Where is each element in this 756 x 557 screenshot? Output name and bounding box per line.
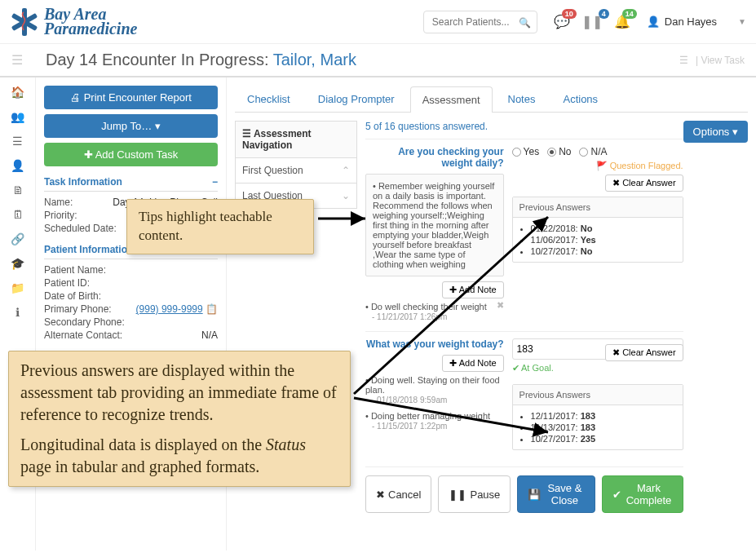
prev-answer-item: 10/27/2017: No: [531, 245, 676, 257]
q2-note-item-2: • Doing better managing weight - 11/15/2…: [365, 408, 504, 434]
prev-answer-item: 01/22/2018: No: [531, 223, 676, 234]
nav-calendar-icon[interactable]: 🗓: [12, 208, 24, 221]
double-chevron-up-icon: ⌃: [342, 165, 350, 176]
q1-radio-yes[interactable]: Yes: [512, 146, 540, 157]
q1-radio-row: Yes No N/A: [512, 146, 683, 157]
nav-graduation-icon[interactable]: 🎓: [11, 257, 24, 270]
comments-badge: 10: [562, 9, 577, 19]
cancel-button[interactable]: ✖ Cancel: [365, 475, 431, 513]
task-info-header[interactable]: Task Information−: [44, 173, 218, 192]
tab-assessment[interactable]: Assessment: [410, 86, 493, 113]
caret-down-icon: ▼: [738, 17, 746, 26]
hamburger-icon[interactable]: ☰: [11, 52, 23, 68]
primary-phone-link[interactable]: (999) 999-9999: [136, 303, 203, 315]
top-icon-group: 💬10 ❚❚4 🔔14: [554, 14, 630, 29]
q2-note-item-1: • Doing well. Staying on their food plan…: [365, 372, 504, 408]
q1-add-note-button[interactable]: ✚ Add Note: [442, 281, 503, 298]
prev-answer-item: 11/13/2017: 183: [531, 422, 676, 433]
question-2-title: What was your weight today?: [365, 338, 504, 350]
question-block-2: What was your weight today? ✚ Add Note •…: [365, 331, 683, 457]
note-remove-icon[interactable]: ✖: [497, 300, 504, 311]
add-custom-task-button[interactable]: ✚ Add Custom Task: [44, 143, 218, 166]
pause-icon[interactable]: ❚❚4: [581, 14, 603, 29]
jump-to-button[interactable]: Jump To… ▾: [44, 114, 218, 138]
comments-icon[interactable]: 💬10: [554, 14, 570, 29]
view-task-link[interactable]: View Task: [701, 55, 745, 66]
nav-home-icon[interactable]: 🏠: [11, 86, 24, 99]
tab-dialog-prompter[interactable]: Dialog Prompter: [306, 86, 407, 112]
phone-edit-icon[interactable]: 📋: [206, 303, 218, 315]
page-title: Day 14 Encounter In Progress: Tailor, Ma…: [46, 51, 356, 69]
tab-checklist[interactable]: Checklist: [235, 86, 303, 112]
question-1-title: Are you checking your weight daily?: [365, 146, 504, 169]
star-of-life-icon: [10, 7, 39, 37]
options-button[interactable]: Options ▾: [683, 121, 748, 143]
prev-answer-item: 11/06/2017: Yes: [531, 234, 676, 245]
q1-radio-no[interactable]: No: [547, 146, 571, 157]
q1-flag: 🚩 Question Flagged.: [512, 161, 683, 171]
list-icon[interactable]: ☰: [679, 55, 688, 66]
pause-badge: 4: [599, 9, 609, 19]
patient-link[interactable]: Tailor, Mark: [273, 51, 356, 69]
tab-actions[interactable]: Actions: [550, 86, 610, 112]
user-menu[interactable]: 👤 Dan Hayes ▼: [647, 15, 746, 28]
tab-notes[interactable]: Notes: [496, 86, 548, 112]
footer-buttons: ✖ Cancel ❚❚ Pause 💾 Save & Close ✔ Mark …: [365, 466, 683, 513]
nav-user-icon[interactable]: 👤: [11, 159, 24, 172]
subheader: ☰ Day 14 Encounter In Progress: Tailor, …: [0, 44, 756, 77]
question-1-tips: • Remember weighing yourself on a daily …: [365, 174, 504, 276]
bell-icon[interactable]: 🔔14: [614, 14, 630, 29]
callout-previous-answers: Previous answers are displayed within th…: [8, 351, 351, 487]
nav-info-icon[interactable]: ℹ: [15, 306, 20, 319]
q1-note-item: • Do well checking their weight - 11/21/…: [365, 298, 504, 325]
nav-list-icon[interactable]: ☰: [12, 135, 23, 148]
minus-icon: −: [212, 176, 218, 188]
nav-document-icon[interactable]: 🗎: [12, 183, 24, 197]
q2-clear-button[interactable]: ✖ Clear Answer: [605, 344, 683, 361]
top-bar: Bay Area Paramedicine 🔍 💬10 ❚❚4 🔔14 👤 Da…: [0, 0, 756, 44]
question-block-1: Are you checking your weight daily? • Re…: [365, 139, 683, 331]
double-chevron-down-icon: ⌄: [342, 190, 350, 201]
save-close-button[interactable]: 💾 Save & Close: [517, 475, 595, 513]
search-wrap: 🔍: [423, 11, 537, 33]
progress-text: 5 of 16 questions answered.: [365, 121, 683, 132]
nav-share-icon[interactable]: 🔗: [11, 232, 24, 245]
q2-add-note-button[interactable]: ✚ Add Note: [442, 355, 503, 372]
pause-button[interactable]: ❚❚ Pause: [438, 475, 511, 513]
nav-folder-icon[interactable]: 📁: [11, 281, 24, 294]
brand-logo: Bay Area Paramedicine: [10, 5, 137, 38]
caret-down-icon: ▾: [155, 120, 161, 132]
q1-previous-answers: Previous Answers 01/22/2018: No 11/06/20…: [512, 197, 683, 263]
subheader-right: ☰ | View Task: [679, 55, 745, 66]
nav-users-icon[interactable]: 👥: [11, 110, 24, 123]
q2-previous-answers: Previous Answers 12/11/2017: 183 11/13/2…: [512, 384, 683, 450]
nav-first-question[interactable]: First Question⌃: [235, 158, 357, 183]
q1-clear-button[interactable]: ✖ Clear Answer: [605, 175, 683, 192]
mark-complete-button[interactable]: ✔ Mark Complete: [602, 475, 683, 513]
assessment-nav-header: ☰ Assessment Navigation: [235, 121, 357, 158]
q1-radio-na[interactable]: N/A: [579, 146, 607, 157]
prev-answer-item: 12/11/2017: 183: [531, 410, 676, 422]
user-icon: 👤: [647, 15, 660, 28]
user-name: Dan Hayes: [665, 15, 717, 28]
brand-line2: Paramedicine: [44, 20, 137, 38]
tab-bar: Checklist Dialog Prompter Assessment Not…: [235, 86, 748, 113]
search-icon[interactable]: 🔍: [519, 17, 531, 29]
prev-answer-item: 10/27/2017: 235: [531, 433, 676, 444]
bell-badge: 14: [622, 9, 637, 19]
callout-tips: Tips highlight teachable content.: [126, 199, 314, 254]
print-report-button[interactable]: 🖨 Print Encounter Report: [44, 86, 218, 109]
